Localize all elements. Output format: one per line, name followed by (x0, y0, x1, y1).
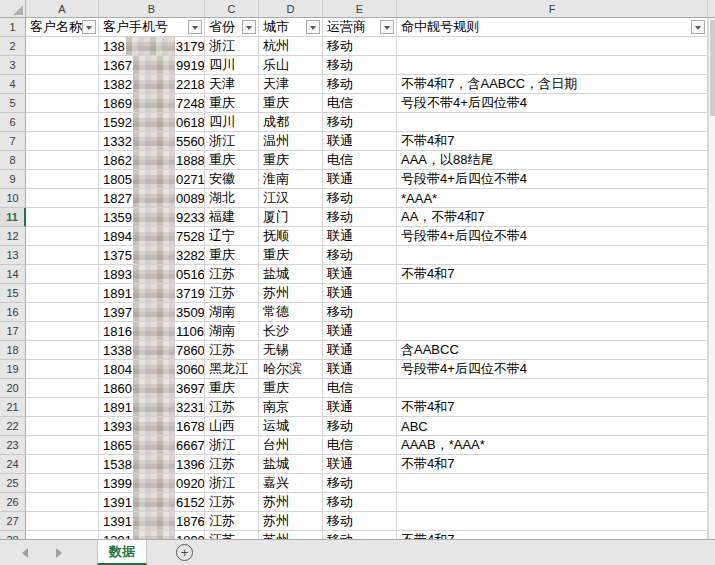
cell-customer-name[interactable] (26, 379, 99, 398)
scrollbar-thumb[interactable] (710, 20, 715, 116)
select-all-corner[interactable] (0, 0, 26, 17)
cell-phone[interactable]: 15920618 (99, 113, 205, 132)
cell-rule[interactable] (397, 303, 708, 322)
cell-rule[interactable]: 号段带4+后四位不带4 (397, 170, 708, 189)
cell-carrier[interactable]: 联通 (323, 455, 397, 474)
row-header[interactable]: 15 (0, 284, 26, 303)
cell-province[interactable]: 重庆 (205, 379, 259, 398)
cell-province[interactable]: 黑龙江 (205, 360, 259, 379)
cell-carrier[interactable]: 移动 (323, 113, 397, 132)
cell-customer-name[interactable] (26, 322, 99, 341)
cell-city[interactable]: 杭州 (259, 37, 323, 56)
add-sheet-button[interactable]: + (176, 544, 193, 561)
cell-city[interactable]: 重庆 (259, 151, 323, 170)
cell-rule[interactable]: 不带4和7 (397, 265, 708, 284)
row-header[interactable]: 17 (0, 322, 26, 341)
row-header[interactable]: 22 (0, 417, 26, 436)
cell-carrier[interactable]: 联通 (323, 132, 397, 151)
cell-rule[interactable]: 不带4和7 (397, 132, 708, 151)
cell-carrier[interactable]: 电信 (323, 151, 397, 170)
cell-customer-name[interactable] (26, 113, 99, 132)
row-header[interactable]: 11 (0, 208, 26, 227)
sheet-nav-left-icon[interactable] (22, 548, 28, 558)
cell-carrier[interactable]: 电信 (323, 436, 397, 455)
cell-customer-name[interactable] (26, 436, 99, 455)
cell-rule[interactable]: 不带4和7 (397, 531, 708, 539)
row-header[interactable]: 1 (0, 18, 26, 37)
cell-carrier[interactable]: 电信 (323, 379, 397, 398)
row-header[interactable]: 18 (0, 341, 26, 360)
cell-rule[interactable] (397, 474, 708, 493)
cell-city[interactable]: 常德 (259, 303, 323, 322)
cell-province[interactable]: 江苏 (205, 265, 259, 284)
cell-customer-name[interactable] (26, 284, 99, 303)
cell-rule[interactable]: 不带4和7 (397, 398, 708, 417)
filter-dropdown-icon[interactable] (306, 20, 320, 34)
cell-city[interactable]: 盐城 (259, 265, 323, 284)
cell-customer-name[interactable] (26, 132, 99, 151)
row-header[interactable]: 9 (0, 170, 26, 189)
cell-phone[interactable]: 18913719 (99, 284, 205, 303)
cell-customer-name[interactable] (26, 94, 99, 113)
cell-city[interactable]: 哈尔滨 (259, 360, 323, 379)
row-header[interactable]: 12 (0, 227, 26, 246)
row-header[interactable]: 3 (0, 56, 26, 75)
cell-rule[interactable]: AAA，以88结尾 (397, 151, 708, 170)
cell-rule[interactable]: 号段不带4+后四位带4 (397, 94, 708, 113)
cell-phone[interactable]: 18043060 (99, 360, 205, 379)
cell-province[interactable]: 浙江 (205, 436, 259, 455)
cell-customer-name[interactable] (26, 246, 99, 265)
cell-carrier[interactable]: 移动 (323, 417, 397, 436)
cell-phone[interactable]: 15381396 (99, 455, 205, 474)
cell-carrier[interactable]: 移动 (323, 493, 397, 512)
column-header-e[interactable]: E (323, 0, 397, 17)
cell-carrier[interactable]: 联通 (323, 227, 397, 246)
cell-carrier[interactable]: 移动 (323, 189, 397, 208)
filter-dropdown-icon[interactable] (188, 20, 202, 34)
row-header[interactable]: 20 (0, 379, 26, 398)
cell-rule[interactable] (397, 493, 708, 512)
cell-rule[interactable]: AAAB，*AAA* (397, 436, 708, 455)
filter-dropdown-icon[interactable] (380, 20, 394, 34)
cell-city[interactable]: 重庆 (259, 94, 323, 113)
column-header-d[interactable]: D (259, 0, 323, 17)
row-header[interactable]: 10 (0, 189, 26, 208)
cell-customer-name[interactable] (26, 151, 99, 170)
cell-rule[interactable]: 号段带4+后四位不带4 (397, 227, 708, 246)
cell-rule[interactable]: *AAA* (397, 189, 708, 208)
cell-city[interactable]: 乐山 (259, 56, 323, 75)
cell-rule[interactable]: 号段带4+后四位不带4 (397, 360, 708, 379)
cell-rule[interactable] (397, 379, 708, 398)
cell-phone[interactable]: 13325560 (99, 132, 205, 151)
cell-rule[interactable] (397, 512, 708, 531)
cell-rule[interactable] (397, 284, 708, 303)
cell-phone[interactable]: 18603697 (99, 379, 205, 398)
cell-carrier[interactable]: 移动 (323, 208, 397, 227)
cell-carrier[interactable]: 移动 (323, 37, 397, 56)
cell-city[interactable]: 重庆 (259, 246, 323, 265)
row-header[interactable]: 21 (0, 398, 26, 417)
column-header-c[interactable]: C (205, 0, 259, 17)
cell-city[interactable]: 苏州 (259, 531, 323, 539)
cell-phone[interactable]: 18947528 (99, 227, 205, 246)
cell-carrier[interactable]: 联通 (323, 265, 397, 284)
cell-customer-name[interactable] (26, 75, 99, 94)
cell-city[interactable]: 长沙 (259, 322, 323, 341)
cell-carrier[interactable]: 移动 (323, 303, 397, 322)
cell-carrier[interactable]: 移动 (323, 512, 397, 531)
row-header[interactable]: 8 (0, 151, 26, 170)
cell-rule[interactable]: 含AABCC (397, 341, 708, 360)
cell-carrier[interactable]: 联通 (323, 398, 397, 417)
cell-province[interactable]: 浙江 (205, 37, 259, 56)
cell-phone[interactable]: 13753282 (99, 246, 205, 265)
cell-phone[interactable]: 13973509 (99, 303, 205, 322)
cell-customer-name[interactable] (26, 360, 99, 379)
row-header[interactable]: 2 (0, 37, 26, 56)
cell-city[interactable]: 天津 (259, 75, 323, 94)
cell-phone[interactable]: 18913231 (99, 398, 205, 417)
row-header[interactable]: 24 (0, 455, 26, 474)
cell-province[interactable]: 江苏 (205, 341, 259, 360)
cell-rule[interactable] (397, 56, 708, 75)
cell-province[interactable]: 江苏 (205, 531, 259, 539)
cell-province[interactable]: 重庆 (205, 151, 259, 170)
